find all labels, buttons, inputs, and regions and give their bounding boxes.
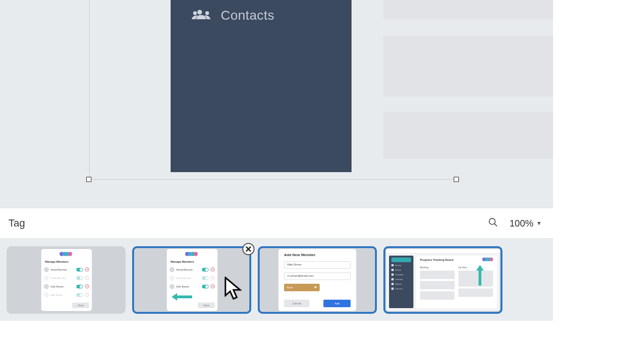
chevron-down-icon: ▼ [536,220,542,227]
card-placeholder [420,291,455,300]
name-field: Matt Simon [284,261,351,269]
bottom-toolbar: Tag 100% ▼ [0,208,553,239]
screen-thumb-3[interactable]: Add New Member Matt Simon m.simon@email.… [258,246,377,314]
mini-board: Progress Tracking Board Backlog Up Next [416,256,497,308]
sidebar-mini-item: Boards [395,269,401,271]
panel-title: Add New Member [284,253,315,257]
member-name: Tricia McCarty [51,277,66,280]
column-header: Up Next [458,266,493,269]
card-placeholder [458,271,493,287]
column-header: Backlog [420,266,455,269]
svg-marker-4 [172,293,192,301]
placeholder-column [383,0,553,159]
toggle-icon [76,268,83,272]
member-name: Harold Brennan [51,268,67,271]
arrow-left-icon [172,293,192,303]
placeholder-block [383,36,553,97]
sidebar-item-label: Contacts [221,8,275,23]
svg-marker-6 [476,265,484,286]
screen-thumb-4[interactable]: Activity Boards Templates Calendar Repor… [383,246,502,314]
chevron-down-icon [314,287,317,288]
svg-marker-5 [225,278,240,299]
zoom-level-value: 100% [509,218,533,229]
avatar-icon [44,267,49,272]
remove-icon [85,267,89,272]
close-button: Close [72,303,89,308]
role-dropdown: Role [284,284,320,291]
sidebar-mini-item: Activity [395,264,401,266]
close-button: Close [198,303,215,308]
panel-title: Manage Members [171,260,194,263]
screen-thumb-2[interactable]: Manage Members Harold Brennan Tricia McC… [132,246,251,314]
search-icon[interactable] [488,217,498,229]
email-field: m.simon@email.com [284,272,351,280]
thumb-preview: Add New Member Matt Simon m.simon@email.… [278,249,356,311]
mini-sidebar: Activity Boards Templates Calendar Repor… [389,256,413,308]
svg-line-1 [494,224,497,227]
svg-point-0 [489,219,495,225]
member-name: Matt Simon [51,294,62,296]
selection-handle-se[interactable] [454,177,459,182]
member-name: Kelly Bowen [176,285,189,288]
panel-title: Manage Members [45,260,68,263]
card-placeholder [458,288,493,297]
cursor-pointer-icon [224,277,246,305]
add-button: Add [323,300,351,307]
avatar-stack-icon [61,252,72,256]
member-name: Tricia McCarty [176,277,191,280]
member-name: Harold Brennan [176,268,193,271]
avatar-stack-icon [187,252,198,256]
design-canvas[interactable]: Contacts [0,0,553,208]
sidebar-mini-item: Reports [395,283,402,285]
thumb-preview: Manage Members Harold Brennan Tricia McC… [41,249,92,311]
sidebar-mini-item: Contacts [395,287,403,290]
people-icon [192,8,210,23]
browser-bar [386,249,500,254]
thumb-preview: Activity Boards Templates Calendar Repor… [386,249,500,311]
selection-handle-sw[interactable] [86,177,91,182]
cancel-button: Cancel [284,300,309,307]
sidebar-item-contacts[interactable]: Contacts [171,4,352,27]
avatar-stack-icon [484,257,493,261]
zoom-level-dropdown[interactable]: 100% ▼ [509,218,542,229]
arrow-up-icon [476,265,484,287]
tag-label[interactable]: Tag [8,217,25,229]
board-title: Progress Tracking Board [420,258,453,261]
sidebar-mini-item: Calendar [395,278,403,280]
sidebar-mock-panel: Contacts [171,0,352,172]
role-value: Role [287,286,292,289]
card-placeholder [420,271,455,279]
thumb-preview: Manage Members Harold Brennan Tricia McC… [167,249,217,311]
screen-filmstrip[interactable]: Manage Members Harold Brennan Tricia McC… [0,239,553,321]
screen-thumb-1[interactable]: Manage Members Harold Brennan Tricia McC… [7,246,126,314]
close-icon[interactable] [242,243,255,255]
member-name: Kelly Bowen [51,285,64,288]
sidebar-header [391,257,411,262]
placeholder-block [383,0,553,19]
sidebar-mini-item: Templates [395,273,404,276]
placeholder-block [383,112,553,159]
card-placeholder [420,281,455,289]
